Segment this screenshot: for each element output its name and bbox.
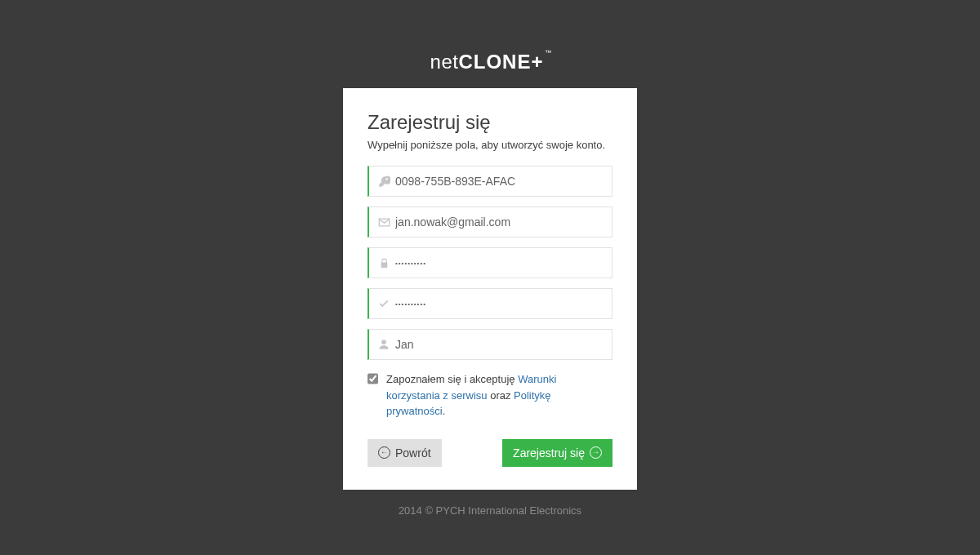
email-field-wrapper [368, 206, 612, 238]
card-title: Zarejestruj się [368, 111, 612, 134]
footer-text: 2014 © PYCH International Electronics [399, 504, 581, 517]
email-input[interactable] [395, 207, 604, 237]
terms-mid: oraz [488, 389, 514, 402]
confirm-password-input[interactable] [395, 289, 604, 318]
register-card: Zarejestruj się Wypełnij poniższe pola, … [343, 88, 637, 490]
terms-row: Zapoznałem się i akceptuję Warunki korzy… [368, 371, 612, 420]
user-icon [372, 339, 395, 350]
logo-part-clone: CLONE [458, 51, 531, 73]
terms-suffix: . [443, 405, 446, 417]
password-field-wrapper [368, 247, 612, 278]
envelope-icon [372, 216, 395, 229]
serial-input[interactable] [395, 166, 604, 196]
arrow-left-circle-icon: ← [378, 446, 390, 459]
lock-icon [372, 258, 395, 269]
logo-tm: ™ [545, 49, 552, 56]
name-input[interactable] [395, 330, 604, 359]
submit-button-label: Zarejestruj się [513, 446, 585, 460]
arrow-right-circle-icon: → [590, 446, 602, 459]
brand-logo: netCLONE+™ [430, 51, 550, 73]
password-input[interactable] [395, 248, 604, 278]
back-button-label: Powrót [395, 446, 431, 460]
terms-text: Zapoznałem się i akceptuję Warunki korzy… [386, 371, 612, 420]
back-button[interactable]: ← Powrót [368, 439, 442, 467]
key-icon [372, 175, 395, 188]
terms-prefix: Zapoznałem się i akceptuję [386, 373, 518, 385]
terms-checkbox[interactable] [368, 373, 378, 384]
card-subtitle: Wypełnij poniższe pola, aby utworzyć swo… [368, 139, 612, 151]
check-icon [372, 298, 395, 309]
confirm-field-wrapper [368, 288, 612, 319]
name-field-wrapper [368, 329, 612, 360]
serial-field-wrapper [368, 166, 612, 197]
submit-button[interactable]: Zarejestruj się → [502, 439, 612, 467]
actions-row: ← Powrót Zarejestruj się → [368, 439, 612, 467]
logo-part-net: net [430, 51, 459, 73]
logo-plus: + [531, 51, 543, 73]
